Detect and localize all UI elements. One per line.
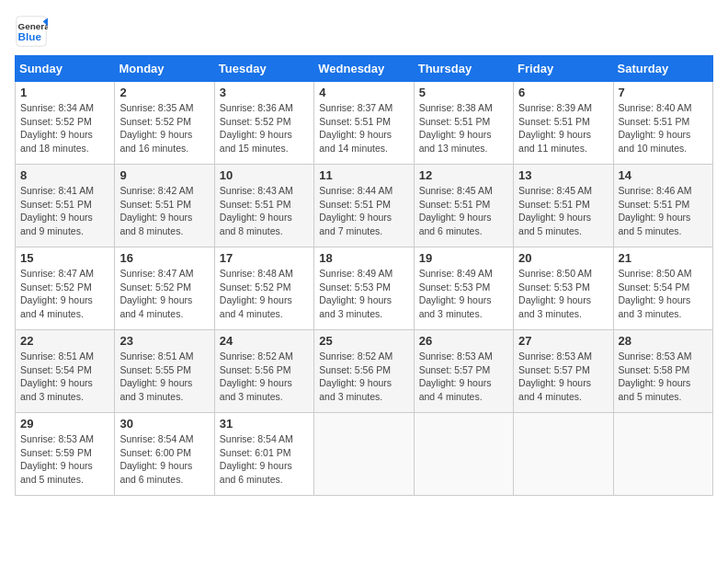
calendar-cell: 29 Sunrise: 8:53 AM Sunset: 5:59 PM Dayl… bbox=[16, 413, 115, 496]
calendar-cell: 14 Sunrise: 8:46 AM Sunset: 5:51 PM Dayl… bbox=[613, 165, 712, 247]
day-info: Sunrise: 8:40 AM Sunset: 5:51 PM Dayligh… bbox=[619, 101, 708, 155]
week-row-2: 8 Sunrise: 8:41 AM Sunset: 5:51 PM Dayli… bbox=[16, 165, 713, 247]
calendar-cell: 10 Sunrise: 8:43 AM Sunset: 5:51 PM Dayl… bbox=[214, 165, 313, 247]
day-number: 11 bbox=[319, 168, 408, 182]
day-info: Sunrise: 8:43 AM Sunset: 5:51 PM Dayligh… bbox=[220, 184, 309, 238]
day-info: Sunrise: 8:39 AM Sunset: 5:51 PM Dayligh… bbox=[518, 101, 608, 155]
day-info: Sunrise: 8:50 AM Sunset: 5:53 PM Dayligh… bbox=[518, 267, 608, 321]
calendar-cell: 18 Sunrise: 8:49 AM Sunset: 5:53 PM Dayl… bbox=[314, 247, 414, 330]
day-info: Sunrise: 8:34 AM Sunset: 5:52 PM Dayligh… bbox=[20, 101, 109, 155]
day-number: 9 bbox=[119, 168, 209, 182]
day-info: Sunrise: 8:48 AM Sunset: 5:52 PM Dayligh… bbox=[220, 267, 309, 321]
calendar-cell: 11 Sunrise: 8:44 AM Sunset: 5:51 PM Dayl… bbox=[314, 165, 414, 247]
week-row-5: 29 Sunrise: 8:53 AM Sunset: 5:59 PM Dayl… bbox=[16, 413, 713, 496]
day-number: 15 bbox=[20, 251, 109, 265]
calendar-cell: 1 Sunrise: 8:34 AM Sunset: 5:52 PM Dayli… bbox=[16, 82, 115, 165]
calendar-cell: 27 Sunrise: 8:53 AM Sunset: 5:57 PM Dayl… bbox=[514, 330, 613, 413]
calendar-cell: 22 Sunrise: 8:51 AM Sunset: 5:54 PM Dayl… bbox=[16, 330, 115, 413]
day-number: 28 bbox=[619, 334, 708, 348]
day-number: 14 bbox=[619, 168, 708, 182]
column-header-tuesday: Tuesday bbox=[214, 56, 313, 82]
calendar-cell: 17 Sunrise: 8:48 AM Sunset: 5:52 PM Dayl… bbox=[214, 247, 313, 330]
calendar-cell: 26 Sunrise: 8:53 AM Sunset: 5:57 PM Dayl… bbox=[414, 330, 513, 413]
day-info: Sunrise: 8:36 AM Sunset: 5:52 PM Dayligh… bbox=[220, 101, 309, 155]
calendar-cell: 25 Sunrise: 8:52 AM Sunset: 5:56 PM Dayl… bbox=[314, 330, 414, 413]
page-header: General Blue bbox=[15, 15, 713, 48]
week-row-4: 22 Sunrise: 8:51 AM Sunset: 5:54 PM Dayl… bbox=[16, 330, 713, 413]
day-info: Sunrise: 8:37 AM Sunset: 5:51 PM Dayligh… bbox=[319, 101, 408, 155]
svg-text:Blue: Blue bbox=[18, 30, 42, 42]
day-info: Sunrise: 8:54 AM Sunset: 6:01 PM Dayligh… bbox=[220, 432, 309, 487]
day-number: 25 bbox=[319, 334, 408, 348]
column-header-friday: Friday bbox=[514, 56, 613, 82]
calendar-table: SundayMondayTuesdayWednesdayThursdayFrid… bbox=[15, 55, 713, 496]
day-info: Sunrise: 8:52 AM Sunset: 5:56 PM Dayligh… bbox=[220, 350, 309, 404]
day-number: 12 bbox=[419, 168, 508, 182]
day-info: Sunrise: 8:47 AM Sunset: 5:52 PM Dayligh… bbox=[20, 267, 109, 321]
day-info: Sunrise: 8:44 AM Sunset: 5:51 PM Dayligh… bbox=[319, 184, 408, 238]
day-number: 18 bbox=[319, 251, 408, 265]
day-info: Sunrise: 8:52 AM Sunset: 5:56 PM Dayligh… bbox=[319, 350, 408, 404]
calendar-cell: 15 Sunrise: 8:47 AM Sunset: 5:52 PM Dayl… bbox=[16, 247, 115, 330]
calendar-cell bbox=[414, 413, 513, 496]
calendar-cell: 31 Sunrise: 8:54 AM Sunset: 6:01 PM Dayl… bbox=[214, 413, 313, 496]
calendar-cell: 2 Sunrise: 8:35 AM Sunset: 5:52 PM Dayli… bbox=[115, 82, 214, 165]
day-number: 24 bbox=[220, 334, 309, 348]
day-info: Sunrise: 8:47 AM Sunset: 5:52 PM Dayligh… bbox=[119, 267, 209, 321]
day-number: 26 bbox=[419, 334, 508, 348]
calendar-cell: 24 Sunrise: 8:52 AM Sunset: 5:56 PM Dayl… bbox=[214, 330, 313, 413]
day-info: Sunrise: 8:53 AM Sunset: 5:57 PM Dayligh… bbox=[419, 350, 508, 404]
calendar-cell: 30 Sunrise: 8:54 AM Sunset: 6:00 PM Dayl… bbox=[115, 413, 214, 496]
day-info: Sunrise: 8:35 AM Sunset: 5:52 PM Dayligh… bbox=[119, 101, 209, 155]
calendar-cell: 13 Sunrise: 8:45 AM Sunset: 5:51 PM Dayl… bbox=[514, 165, 613, 247]
day-info: Sunrise: 8:42 AM Sunset: 5:51 PM Dayligh… bbox=[119, 184, 209, 238]
logo: General Blue bbox=[15, 15, 51, 48]
day-info: Sunrise: 8:45 AM Sunset: 5:51 PM Dayligh… bbox=[419, 184, 508, 238]
day-number: 5 bbox=[419, 86, 508, 99]
day-number: 21 bbox=[619, 251, 708, 265]
calendar-cell: 23 Sunrise: 8:51 AM Sunset: 5:55 PM Dayl… bbox=[115, 330, 214, 413]
day-info: Sunrise: 8:45 AM Sunset: 5:51 PM Dayligh… bbox=[518, 184, 608, 238]
column-header-wednesday: Wednesday bbox=[314, 56, 414, 82]
calendar-cell: 4 Sunrise: 8:37 AM Sunset: 5:51 PM Dayli… bbox=[314, 82, 414, 165]
day-number: 30 bbox=[119, 417, 209, 431]
logo-icon: General Blue bbox=[15, 15, 48, 48]
calendar-cell: 3 Sunrise: 8:36 AM Sunset: 5:52 PM Dayli… bbox=[214, 82, 313, 165]
calendar-cell: 19 Sunrise: 8:49 AM Sunset: 5:53 PM Dayl… bbox=[414, 247, 513, 330]
calendar-cell: 8 Sunrise: 8:41 AM Sunset: 5:51 PM Dayli… bbox=[16, 165, 115, 247]
day-number: 29 bbox=[20, 417, 109, 431]
day-number: 1 bbox=[20, 86, 109, 99]
day-number: 17 bbox=[220, 251, 309, 265]
column-header-sunday: Sunday bbox=[16, 56, 115, 82]
calendar-cell: 9 Sunrise: 8:42 AM Sunset: 5:51 PM Dayli… bbox=[115, 165, 214, 247]
day-number: 23 bbox=[119, 334, 209, 348]
calendar-cell bbox=[613, 413, 712, 496]
calendar-cell bbox=[514, 413, 613, 496]
day-number: 22 bbox=[20, 334, 109, 348]
calendar-header-row: SundayMondayTuesdayWednesdayThursdayFrid… bbox=[16, 56, 713, 82]
day-number: 4 bbox=[319, 86, 408, 99]
day-number: 8 bbox=[20, 168, 109, 182]
day-number: 6 bbox=[518, 86, 608, 99]
day-number: 19 bbox=[419, 251, 508, 265]
day-number: 16 bbox=[119, 251, 209, 265]
day-info: Sunrise: 8:53 AM Sunset: 5:58 PM Dayligh… bbox=[619, 350, 708, 404]
column-header-thursday: Thursday bbox=[414, 56, 513, 82]
calendar-cell: 16 Sunrise: 8:47 AM Sunset: 5:52 PM Dayl… bbox=[115, 247, 214, 330]
day-number: 31 bbox=[220, 417, 309, 431]
day-info: Sunrise: 8:49 AM Sunset: 5:53 PM Dayligh… bbox=[319, 267, 408, 321]
calendar-cell: 20 Sunrise: 8:50 AM Sunset: 5:53 PM Dayl… bbox=[514, 247, 613, 330]
day-info: Sunrise: 8:51 AM Sunset: 5:55 PM Dayligh… bbox=[119, 350, 209, 404]
day-number: 10 bbox=[220, 168, 309, 182]
day-number: 7 bbox=[619, 86, 708, 99]
day-info: Sunrise: 8:54 AM Sunset: 6:00 PM Dayligh… bbox=[119, 432, 209, 487]
calendar-cell: 6 Sunrise: 8:39 AM Sunset: 5:51 PM Dayli… bbox=[514, 82, 613, 165]
day-number: 27 bbox=[518, 334, 608, 348]
calendar-cell: 7 Sunrise: 8:40 AM Sunset: 5:51 PM Dayli… bbox=[613, 82, 712, 165]
day-number: 2 bbox=[119, 86, 209, 99]
week-row-3: 15 Sunrise: 8:47 AM Sunset: 5:52 PM Dayl… bbox=[16, 247, 713, 330]
day-info: Sunrise: 8:53 AM Sunset: 5:57 PM Dayligh… bbox=[518, 350, 608, 404]
day-info: Sunrise: 8:51 AM Sunset: 5:54 PM Dayligh… bbox=[20, 350, 109, 404]
day-info: Sunrise: 8:53 AM Sunset: 5:59 PM Dayligh… bbox=[20, 432, 109, 487]
column-header-saturday: Saturday bbox=[613, 56, 712, 82]
